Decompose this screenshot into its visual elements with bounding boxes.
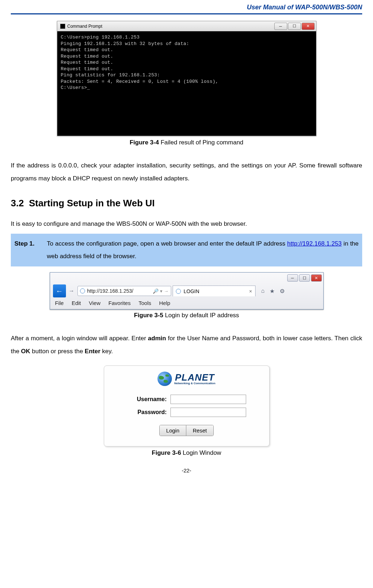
planet-logo: PLANET Networking & Communication — [115, 372, 258, 387]
window-maximize-button[interactable]: ☐ — [288, 23, 301, 30]
cmd-line: Request timed out. — [61, 66, 312, 72]
page-number: -22- — [11, 467, 362, 473]
login-instructions: After a moment, a login window will appe… — [11, 332, 362, 358]
cmd-line: C:\Users>ping 192.168.1.253 — [61, 34, 312, 41]
browser-url: http://192.168.1.253/ — [87, 288, 133, 294]
section-heading-3-2: 3.2 Starting Setup in the Web UI — [11, 198, 362, 209]
browser-close-button[interactable]: ✕ — [311, 274, 322, 282]
section-intro: It is easy to configure and manage the W… — [11, 218, 362, 230]
figure-text: Login by default IP address — [165, 312, 239, 319]
figure-text: Login Window — [183, 449, 221, 456]
command-prompt-body: C:\Users>ping 192.168.1.253 Pinging 192.… — [57, 31, 316, 136]
tools-icon[interactable]: ⚙ — [280, 288, 285, 295]
login-text-4: key. — [101, 348, 113, 355]
globe-icon — [157, 372, 172, 386]
login-text-3: button or press the — [30, 348, 85, 355]
command-prompt-titlebar: Command Prompt ─ ☐ ✕ — [57, 21, 316, 31]
home-icon[interactable]: ⌂ — [261, 288, 265, 295]
menu-favorites[interactable]: Favorites — [108, 300, 131, 306]
reset-button[interactable]: Reset — [186, 425, 213, 436]
login-bold-ok: OK — [21, 348, 30, 355]
figure-label: Figure 3-5 — [134, 312, 163, 319]
figure-3-6-caption: Figure 3-6 Login Window — [11, 449, 362, 457]
ie-icon — [176, 289, 181, 294]
favorites-icon[interactable]: ★ — [270, 288, 275, 295]
password-label: Password: — [127, 409, 167, 416]
tab-close-icon[interactable]: × — [249, 288, 252, 294]
section-number: 3.2 — [11, 198, 24, 209]
cmd-line: Request timed out. — [61, 59, 312, 66]
cmd-line: Ping statistics for 192.168.1.253: — [61, 72, 312, 78]
login-bold-admin: admin — [148, 335, 166, 342]
brand-tagline: Networking & Communication — [174, 382, 215, 385]
login-window: PLANET Networking & Communication Userna… — [104, 365, 270, 446]
cmd-line: Pinging 192.168.1.253 with 32 bytes of d… — [61, 41, 312, 47]
cmd-line: Packets: Sent = 4, Received = 0, Lost = … — [61, 78, 312, 85]
menu-edit[interactable]: Edit — [72, 300, 81, 306]
username-input[interactable] — [170, 395, 246, 404]
figure-3-5-caption: Figure 3-5 Login by default IP address — [11, 312, 362, 319]
username-label: Username: — [127, 396, 167, 403]
figure-3-4-caption: Figure 3-4 Failed result of Ping command — [11, 139, 362, 146]
menu-view[interactable]: View — [89, 300, 101, 306]
cmd-title: Command Prompt — [67, 24, 102, 29]
step-1-pre: To access the configuration page, open a… — [47, 240, 287, 247]
menu-tools[interactable]: Tools — [138, 300, 151, 306]
browser-tab[interactable]: LOGIN × — [173, 286, 256, 296]
figure-text: Failed result of Ping command — [161, 139, 244, 146]
window-close-button[interactable]: ✕ — [302, 23, 315, 30]
browser-minimize-button[interactable]: ─ — [287, 274, 298, 282]
browser-window: ─ ☐ ✕ ← → http://192.168.1.253/ 🔎 ▾ → LO… — [50, 272, 324, 310]
page-header: User Manual of WAP-500N/WBS-500N — [11, 4, 362, 14]
window-minimize-button[interactable]: ─ — [274, 23, 287, 30]
ie-icon — [80, 288, 85, 293]
tab-title: LOGIN — [184, 288, 200, 294]
figure-label: Figure 3-6 — [152, 449, 181, 456]
browser-menu-bar: File Edit View Favorites Tools Help — [50, 299, 323, 309]
step-1-text: To access the configuration page, open a… — [47, 237, 359, 263]
address-controls-icon: 🔎 ▾ → — [153, 288, 168, 294]
browser-forward-button[interactable]: → — [67, 286, 76, 296]
login-text-1: After a moment, a login window will appe… — [11, 335, 148, 342]
browser-address-bar[interactable]: http://192.168.1.253/ 🔎 ▾ → — [77, 286, 171, 296]
cmd-line: Request timed out. — [61, 47, 312, 53]
step-1-label: Step 1. — [14, 237, 47, 263]
cmd-line: Request timed out. — [61, 53, 312, 60]
step-1-block: Step 1. To access the configuration page… — [11, 234, 362, 266]
brand-name: PLANET — [174, 373, 215, 382]
command-prompt-window: Command Prompt ─ ☐ ✕ C:\Users>ping 192.1… — [57, 21, 316, 136]
browser-maximize-button[interactable]: ☐ — [299, 274, 310, 282]
username-row: Username: — [115, 395, 258, 404]
cmd-line: C:\Users>_ — [61, 85, 312, 91]
section-title: Starting Setup in the Web UI — [29, 198, 155, 209]
login-button[interactable]: Login — [160, 425, 186, 436]
paragraph-adapter-check: If the address is 0.0.0.0, check your ad… — [11, 159, 362, 185]
menu-help[interactable]: Help — [159, 300, 170, 306]
figure-label: Figure 3-4 — [130, 139, 159, 146]
browser-back-button[interactable]: ← — [53, 284, 66, 297]
login-button-group: Login Reset — [159, 425, 214, 436]
browser-chrome: ─ ☐ ✕ ← → http://192.168.1.253/ 🔎 ▾ → LO… — [50, 273, 323, 309]
default-ip-link[interactable]: http://192.168.1.253 — [287, 240, 342, 247]
password-input[interactable] — [170, 408, 246, 417]
password-row: Password: — [115, 408, 258, 417]
menu-file[interactable]: File — [55, 300, 64, 306]
login-bold-enter: Enter — [85, 348, 100, 355]
cmd-icon — [60, 24, 65, 29]
